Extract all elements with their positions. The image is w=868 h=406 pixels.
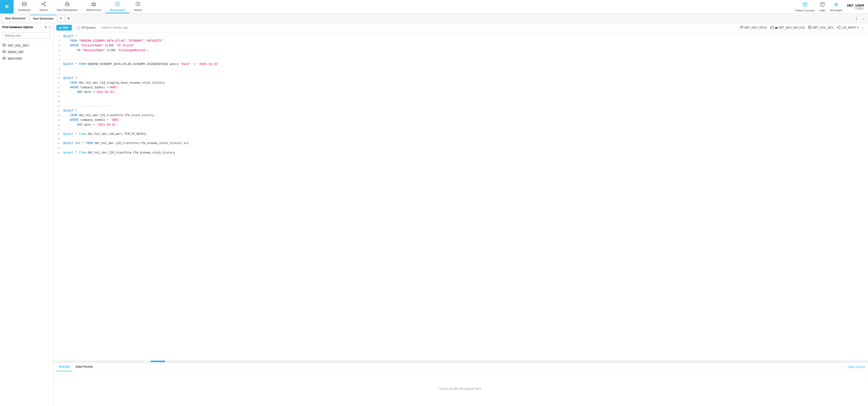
svg-line-4 <box>43 3 44 4</box>
all-queries-checkbox[interactable]: All Queries <box>77 26 96 29</box>
sidebar-icons: ↻ « <box>44 25 51 29</box>
schema-dropdown-icon[interactable]: ▾ <box>857 26 859 29</box>
code-line[interactable]: 9 <box>53 72 868 76</box>
nav-shares[interactable]: Shares <box>35 0 53 13</box>
tab-results-label: Results <box>59 365 70 368</box>
horizontal-scrollbar[interactable] <box>53 361 868 362</box>
code-line[interactable]: 4 OR "DatasetName" ILIKE 'Exchange%Rates… <box>53 48 868 53</box>
role-badge[interactable]: DBT_DEV_ROLE <box>739 26 767 30</box>
open-history-button[interactable]: ← Open History <box>844 365 865 369</box>
partner-connect-btn[interactable]: Partner Connect <box>795 2 815 12</box>
code-line[interactable]: 23 <box>53 137 868 141</box>
svg-point-26 <box>837 27 838 28</box>
more-options-button[interactable]: ··· <box>862 25 865 30</box>
logo[interactable]: ❄ <box>0 0 13 13</box>
code-line[interactable]: 6---------------------------- <box>53 58 868 62</box>
tab-dropdown-button[interactable]: ▾ <box>65 15 72 22</box>
code-line[interactable]: 16---------------------------- <box>53 104 868 109</box>
sidebar-db-label: DBT_HOL_DEV <box>8 44 29 47</box>
svg-point-2 <box>42 3 43 4</box>
line-content: SELECT * <box>63 109 868 113</box>
schema-badge[interactable]: L30_MART ▾ <box>837 26 859 30</box>
tab-nav-right: ⟩ ⌄ <box>854 15 866 21</box>
code-line[interactable]: 1SELECT * <box>53 34 868 39</box>
snowsight-btn[interactable]: ❄ Snowsight <box>830 2 842 12</box>
results-panel: Results Data Preview ← Open History Quer… <box>53 362 868 406</box>
snowsight-icon: ❄ <box>834 2 838 8</box>
tab-add-icon: + <box>60 16 62 21</box>
code-line[interactable]: 10SELECT * <box>53 76 868 81</box>
main-area: Find database objects ↻ « DBT_HOL_DEV DE… <box>0 23 868 406</box>
sidebar-database-list: DBT_HOL_DEV DEMO_DBT WEATHER <box>0 40 53 406</box>
line-number: 1 <box>53 34 63 39</box>
tab-nav-collapse[interactable]: ⌄ <box>860 15 866 21</box>
line-number: 4 <box>53 48 63 53</box>
nav-right: Partner Connect Help ❄ Snowsight DBT_USE… <box>795 2 868 12</box>
line-number: 23 <box>53 137 63 141</box>
nav-worksheets[interactable]: Worksheets <box>105 0 129 13</box>
line-number: 2 <box>53 39 63 43</box>
editor-area: ▶ Run All Queries | Saved 4 months ago D… <box>53 23 868 406</box>
code-line[interactable]: 18 FROM dbt_hol_dev.l20_transform.tfm_st… <box>53 113 868 118</box>
nav-warehouses[interactable]: Warehouses <box>82 0 105 13</box>
line-content: SELECT * <box>63 76 868 81</box>
line-number: 14 <box>53 95 63 99</box>
tab-new-worksheet-2[interactable]: New Worksheet <box>30 15 56 22</box>
line-number: 26 <box>53 150 63 155</box>
code-line[interactable]: 15 <box>53 99 868 104</box>
history-icon <box>135 1 140 7</box>
shares-icon <box>41 1 46 7</box>
line-content <box>63 137 868 141</box>
search-input[interactable] <box>2 33 51 39</box>
partner-connect-label: Partner Connect <box>795 9 815 12</box>
nav-history[interactable]: History <box>129 0 146 13</box>
code-line[interactable]: 14 <box>53 95 868 99</box>
warehouse-badge[interactable]: ◼ DBT_DEV_WH (XS) <box>770 26 805 30</box>
sidebar-collapse-icon[interactable]: « <box>49 25 51 29</box>
code-line[interactable]: 5 <box>53 53 868 58</box>
nav-databases-label: Databases <box>18 8 31 11</box>
nav-databases[interactable]: Databases <box>13 0 35 13</box>
sidebar-item-dbt-hol-dev[interactable]: DBT_HOL_DEV <box>0 42 53 49</box>
code-line[interactable]: 8 <box>53 67 868 71</box>
code-line[interactable]: 2 FROM "KNOEMA_ECONOMY_DATA_ATLAS"."ECON… <box>53 39 868 43</box>
sidebar-item-weather[interactable]: WEATHER <box>0 55 53 62</box>
svg-point-18 <box>822 5 823 6</box>
code-line[interactable]: 12 WHERE Company_Symbol ='AAPL' <box>53 86 868 90</box>
code-line[interactable]: 17SELECT * <box>53 109 868 113</box>
code-line[interactable]: 22Select * from dbt_hol_dev.l30_mart.TFM… <box>53 132 868 137</box>
tab-data-preview[interactable]: Data Preview <box>72 363 96 371</box>
nav-marketplace[interactable]: Data Marketplace <box>52 0 82 13</box>
code-line[interactable]: 25 <box>53 146 868 150</box>
code-editor[interactable]: 1SELECT *2 FROM "KNOEMA_ECONOMY_DATA_ATL… <box>53 32 868 361</box>
code-line[interactable]: 20 AND date = '2021-03-01' <box>53 123 868 127</box>
code-line[interactable]: 13 AND date ='2021-03-01' <box>53 90 868 95</box>
user-role: PUBLIC <box>856 7 864 10</box>
line-number: 7 <box>53 62 63 67</box>
svg-line-5 <box>43 4 44 5</box>
open-history-label: ← Open History <box>844 365 865 369</box>
help-btn[interactable]: Help <box>820 2 825 12</box>
code-line[interactable]: 7SELECT * FROM KNOEMA_ECONOMY_DATA_ATLAS… <box>53 62 868 67</box>
tab-add-button[interactable]: + <box>58 15 64 22</box>
nav-warehouses-label: Warehouses <box>86 8 101 11</box>
results-tabs: Results Data Preview ← Open History <box>53 363 868 371</box>
tab-nav-expand[interactable]: ⟩ <box>854 15 859 21</box>
code-line[interactable]: 21 <box>53 127 868 132</box>
code-line[interactable]: 26Select * from dbt_hol_dev.l20_transfor… <box>53 150 868 155</box>
all-queries-check[interactable] <box>77 26 80 29</box>
tab-new-worksheet-1[interactable]: New Worksheet <box>2 15 29 22</box>
svg-point-1 <box>44 2 45 3</box>
sidebar-refresh-icon[interactable]: ↻ <box>44 25 47 29</box>
scroll-thumb[interactable] <box>151 361 165 362</box>
code-line[interactable]: 11 FROM dbt_hol_dev.l10_staging.base_kno… <box>53 81 868 86</box>
line-content: FROM dbt_hol_dev.l10_staging.base_knoema… <box>63 81 868 86</box>
sidebar-item-demo-dbt[interactable]: DEMO_DBT <box>0 49 53 55</box>
run-button[interactable]: ▶ Run <box>56 25 72 31</box>
sidebar-title: Find database objects <box>2 26 43 29</box>
database-badge[interactable]: DBT_HOL_DEV <box>808 26 834 30</box>
code-line[interactable]: 3 WHERE "DatasetName" ILIKE 'US Stock%' <box>53 43 868 48</box>
code-line[interactable]: 24SELECT src.* FROM dbt_hol_dev.l20_tran… <box>53 141 868 146</box>
code-line[interactable]: 19 WHERE company_symbol = 'AAPL' <box>53 118 868 123</box>
tab-results[interactable]: Results <box>56 363 72 371</box>
